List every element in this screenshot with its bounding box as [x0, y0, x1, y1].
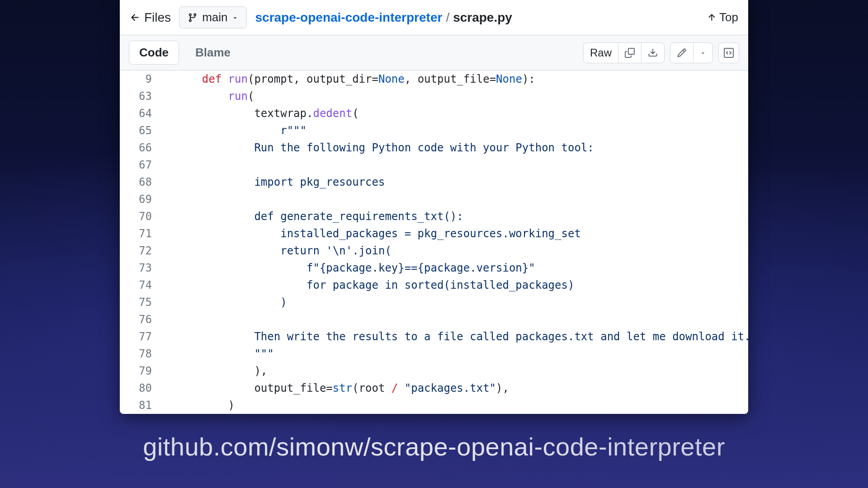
code-content[interactable]: def generate_requirements_txt():: [165, 208, 463, 225]
files-back-link[interactable]: Files: [130, 10, 171, 25]
symbols-button[interactable]: [718, 42, 739, 63]
code-line: 79 ),: [120, 362, 748, 380]
line-number[interactable]: 76: [120, 311, 165, 328]
code-content[interactable]: ): [165, 397, 235, 414]
code-line: 73 f"{package.key}=={package.version}": [120, 259, 748, 277]
arrow-up-icon: [707, 13, 717, 23]
line-number[interactable]: 80: [120, 380, 165, 397]
code-content[interactable]: def run(prompt, output_dir=None, output_…: [165, 70, 535, 88]
copy-icon: [625, 48, 635, 58]
line-number[interactable]: 72: [120, 242, 165, 259]
code-line: 74 for package in sorted(installed_packa…: [120, 277, 748, 294]
code-line: 70 def generate_requirements_txt():: [120, 208, 748, 225]
edit-group: [670, 42, 713, 63]
line-number[interactable]: 71: [120, 225, 165, 242]
code-line: 77 Then write the results to a file call…: [120, 328, 748, 345]
code-line: 68 import pkg_resources: [120, 174, 748, 191]
copy-button[interactable]: [618, 43, 642, 63]
code-content[interactable]: return '\n'.join(: [165, 242, 392, 259]
code-line: 9 def run(prompt, output_dir=None, outpu…: [120, 70, 748, 88]
code-content[interactable]: import pkg_resources: [165, 174, 385, 191]
code-line: 75 ): [120, 294, 748, 311]
code-content[interactable]: textwrap.dedent(: [165, 105, 359, 122]
breadcrumb-repo[interactable]: scrape-openai-code-interpreter: [255, 10, 442, 25]
line-number[interactable]: 63: [120, 88, 165, 105]
code-content[interactable]: Run the following Python code with your …: [165, 139, 594, 156]
line-number[interactable]: 79: [120, 362, 165, 380]
line-number[interactable]: 78: [120, 345, 165, 362]
file-actions: Raw: [583, 42, 739, 63]
branch-selector[interactable]: main: [179, 6, 247, 28]
line-number[interactable]: 75: [120, 294, 165, 311]
code-content[interactable]: ),: [165, 362, 267, 380]
files-label: Files: [144, 10, 171, 25]
code-line: 64 textwrap.dedent(: [120, 105, 748, 122]
git-branch-icon: [188, 13, 198, 23]
line-number[interactable]: 68: [120, 174, 165, 191]
file-header-bar: Files main scrape-openai-code-interprete…: [120, 0, 748, 35]
raw-copy-download-group: Raw: [583, 42, 665, 63]
breadcrumb: scrape-openai-code-interpreter / scrape.…: [255, 10, 512, 25]
download-button[interactable]: [642, 43, 664, 63]
line-number[interactable]: 81: [120, 397, 165, 414]
tab-blame[interactable]: Blame: [185, 41, 241, 64]
arrow-left-icon: [130, 12, 141, 23]
breadcrumb-file: scrape.py: [453, 10, 512, 25]
breadcrumb-separator: /: [446, 10, 449, 25]
code-line: 80 output_file=str(root / "packages.txt"…: [120, 380, 748, 397]
line-number[interactable]: 9: [120, 70, 165, 88]
code-line: 72 return '\n'.join(: [120, 242, 748, 259]
slide-caption: github.com/simonw/scrape-openai-code-int…: [143, 432, 725, 461]
code-line: 65 r""": [120, 122, 748, 139]
code-content[interactable]: [165, 191, 176, 208]
code-content[interactable]: [165, 311, 176, 328]
jump-to-top[interactable]: Top: [707, 10, 738, 24]
code-content[interactable]: [165, 156, 176, 174]
code-square-icon: [724, 48, 734, 58]
code-line: 81 ): [120, 397, 748, 414]
caret-down-icon: [232, 14, 238, 21]
code-line: 67: [120, 156, 748, 174]
code-line: 63 run(: [120, 88, 748, 105]
line-number[interactable]: 69: [120, 191, 165, 208]
code-listing[interactable]: 9 def run(prompt, output_dir=None, outpu…: [120, 70, 748, 414]
edit-dropdown[interactable]: [693, 43, 712, 63]
line-number[interactable]: 67: [120, 156, 165, 174]
code-content[interactable]: installed_packages = pkg_resources.worki…: [165, 225, 581, 242]
code-line: 69: [120, 191, 748, 208]
top-label: Top: [719, 10, 738, 24]
caret-down-icon: [700, 50, 706, 56]
raw-button[interactable]: Raw: [584, 43, 618, 63]
line-number[interactable]: 64: [120, 105, 165, 122]
code-line: 76: [120, 311, 748, 328]
tab-code[interactable]: Code: [129, 41, 179, 65]
code-content[interactable]: Then write the results to a file called …: [165, 328, 748, 345]
code-content[interactable]: for package in sorted(installed_packages…: [165, 277, 574, 294]
line-number[interactable]: 77: [120, 328, 165, 345]
line-number[interactable]: 70: [120, 208, 165, 225]
line-number[interactable]: 74: [120, 277, 165, 294]
code-viewer-panel: Files main scrape-openai-code-interprete…: [120, 0, 748, 414]
code-content[interactable]: output_file=str(root / "packages.txt"),: [165, 380, 509, 397]
line-number[interactable]: 73: [120, 259, 165, 277]
line-number[interactable]: 65: [120, 122, 165, 139]
line-number[interactable]: 66: [120, 139, 165, 156]
code-line: 78 """: [120, 345, 748, 362]
code-line: 66 Run the following Python code with yo…: [120, 139, 748, 156]
code-line: 71 installed_packages = pkg_resources.wo…: [120, 225, 748, 242]
code-content[interactable]: run(: [165, 88, 254, 105]
code-content[interactable]: f"{package.key}=={package.version}": [165, 259, 535, 277]
pencil-icon: [677, 48, 687, 58]
code-content[interactable]: """: [165, 345, 274, 362]
code-content[interactable]: r""": [165, 122, 307, 139]
branch-name: main: [202, 10, 227, 24]
edit-button[interactable]: [670, 43, 693, 63]
file-toolbar: Code Blame Raw: [120, 35, 748, 70]
download-icon: [648, 48, 658, 58]
code-content[interactable]: ): [165, 294, 287, 311]
